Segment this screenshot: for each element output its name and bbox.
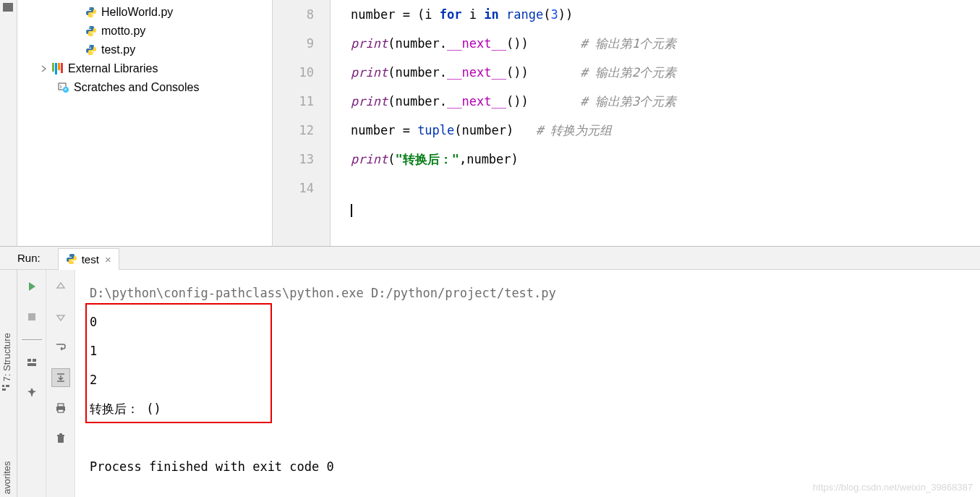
- scratches-icon: [56, 82, 71, 93]
- console-command: D:\python\config-pathclass\python.exe D:…: [90, 279, 966, 307]
- python-icon: [66, 253, 77, 265]
- line-number: 11: [273, 87, 314, 116]
- divider: [22, 339, 42, 340]
- file-test[interactable]: test.py: [17, 41, 272, 59]
- scratches-consoles[interactable]: Scratches and Consoles: [17, 78, 272, 97]
- run-toolbar-primary: [17, 270, 46, 497]
- svg-rect-12: [27, 359, 31, 362]
- code-line: print(number.__next__()) # 输出第2个元素: [351, 58, 980, 87]
- project-tree[interactable]: HelloWorld.py motto.py test.py External …: [17, 0, 272, 246]
- file-label: HelloWorld.py: [101, 6, 173, 19]
- console-exit: Process finished with exit code 0: [90, 452, 966, 481]
- svg-rect-9: [6, 385, 9, 387]
- svg-point-2: [89, 27, 90, 27]
- file-label: motto.py: [101, 25, 145, 38]
- line-number: 13: [273, 145, 314, 174]
- stop-button[interactable]: [22, 307, 41, 326]
- layout-button[interactable]: [22, 353, 41, 372]
- file-label: test.py: [101, 43, 135, 56]
- structure-tool-label[interactable]: 7: Structure: [1, 333, 12, 393]
- code-line: [351, 174, 980, 203]
- console-output[interactable]: D:\python\config-pathclass\python.exe D:…: [75, 270, 980, 497]
- svg-point-1: [92, 15, 93, 16]
- file-helloworld[interactable]: HelloWorld.py: [17, 3, 272, 22]
- caret: [351, 203, 980, 217]
- console-blank: [90, 423, 966, 452]
- line-number: 10: [273, 58, 314, 87]
- external-libraries[interactable]: External Libraries: [17, 59, 272, 78]
- favorites-tool-label[interactable]: avorites: [1, 461, 12, 494]
- svg-point-3: [92, 34, 93, 35]
- svg-rect-19: [57, 435, 64, 436]
- run-tab-label: test: [82, 253, 99, 266]
- svg-point-5: [92, 53, 93, 54]
- run-label: Run:: [17, 252, 41, 264]
- line-number: 12: [273, 116, 314, 145]
- code-line: number = tuple(number) # 转换为元组: [351, 116, 980, 145]
- python-file-icon: [84, 44, 98, 56]
- svg-rect-13: [33, 359, 36, 362]
- code-line: print(number.__next__()) # 输出第3个元素: [351, 87, 980, 116]
- up-button[interactable]: [51, 277, 70, 296]
- library-icon: [51, 63, 65, 75]
- python-file-icon: [84, 25, 98, 37]
- svg-rect-20: [59, 433, 62, 435]
- svg-rect-15: [58, 404, 64, 407]
- close-icon[interactable]: ×: [105, 253, 111, 266]
- soft-wrap-button[interactable]: [51, 338, 70, 357]
- external-libraries-label: External Libraries: [68, 62, 158, 75]
- watermark: https://blog.csdn.net/weixin_39868387: [813, 482, 973, 493]
- code-line: print(number.__next__()) # 输出第1个元素: [351, 29, 980, 58]
- trash-button[interactable]: [51, 429, 70, 448]
- svg-rect-14: [27, 363, 36, 366]
- side-tool-column: 7: Structure avorites: [0, 270, 17, 497]
- pin-button[interactable]: [22, 383, 41, 402]
- run-panel: Run: test × 7: Structure avorites: [0, 246, 980, 497]
- svg-rect-17: [58, 409, 64, 412]
- svg-rect-18: [58, 436, 64, 443]
- line-number: 9: [273, 29, 314, 58]
- down-button[interactable]: [51, 307, 70, 326]
- rerun-button[interactable]: [22, 277, 41, 296]
- console-line: 2: [90, 365, 966, 394]
- python-file-icon: [84, 7, 98, 18]
- svg-rect-10: [2, 388, 6, 391]
- print-button[interactable]: [51, 399, 70, 417]
- left-gutter: [0, 0, 17, 246]
- code-line: print("转换后：",number): [351, 145, 980, 174]
- svg-rect-8: [2, 385, 4, 387]
- run-toolbar-secondary: [46, 270, 75, 497]
- svg-point-0: [89, 8, 90, 9]
- line-gutter: 8 9 10 11 12 13 14: [273, 0, 331, 246]
- run-header: Run: test ×: [0, 247, 980, 270]
- scratches-label: Scratches and Consoles: [74, 81, 199, 94]
- code-content[interactable]: number = (i for i in range(3)) print(num…: [331, 0, 980, 246]
- svg-point-4: [89, 46, 90, 46]
- project-folder-icon: [3, 3, 13, 12]
- console-line: 转换后： (): [90, 394, 966, 423]
- run-tab[interactable]: test ×: [58, 248, 119, 270]
- console-line: 1: [90, 336, 966, 365]
- file-motto[interactable]: motto.py: [17, 22, 272, 41]
- line-number: 14: [273, 174, 314, 203]
- editor[interactable]: 8 9 10 11 12 13 14 number = (i for i in …: [272, 0, 980, 246]
- scroll-to-end-button[interactable]: [51, 368, 70, 387]
- console-line: 0: [90, 307, 966, 336]
- svg-rect-11: [28, 313, 35, 320]
- chevron-right-icon: [38, 65, 51, 72]
- code-line: number = (i for i in range(3)): [351, 0, 980, 29]
- line-number: 8: [273, 0, 314, 29]
